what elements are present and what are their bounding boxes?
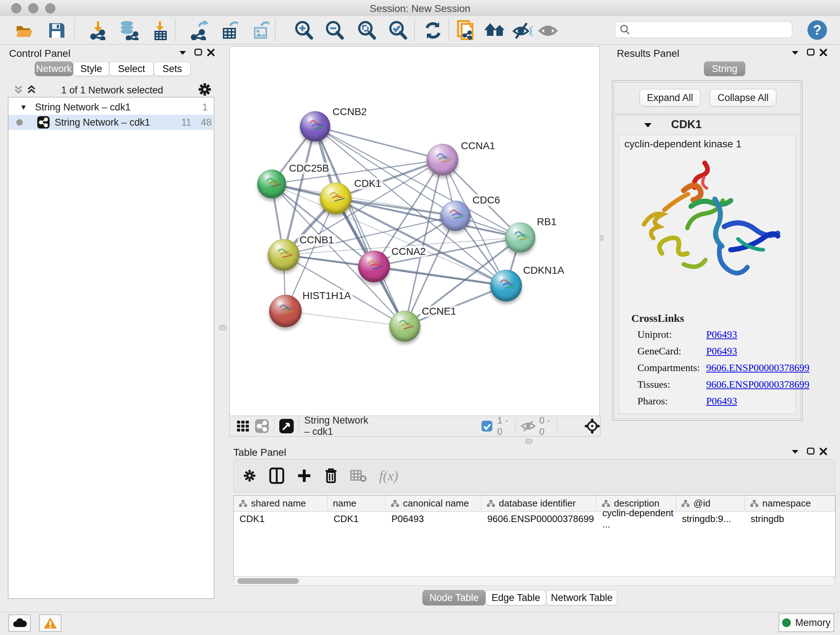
search-input[interactable] (630, 24, 784, 36)
tab-string-results[interactable]: String (704, 62, 745, 76)
column-header-canonical-name[interactable]: canonical name (386, 496, 482, 511)
search-field[interactable] (615, 21, 792, 38)
grid-view-icon[interactable] (236, 419, 250, 433)
bottom-splitter-handle[interactable] (525, 439, 532, 444)
network-node-CCNE1[interactable] (389, 310, 420, 342)
import-table-icon[interactable] (150, 20, 171, 41)
column-header-database-identifier[interactable]: database identifier (482, 496, 597, 511)
network-node-CDC6[interactable] (440, 201, 471, 231)
save-session-icon[interactable] (46, 20, 66, 41)
table-cell[interactable]: stringdb:9... (676, 511, 745, 526)
collapse-all-button[interactable]: Collapse All (710, 89, 776, 106)
column-header--id[interactable]: @id (676, 496, 745, 511)
detach-view-icon[interactable] (279, 419, 294, 433)
node-description: cyclin-dependent kinase 1 (624, 138, 742, 150)
network-collection-row[interactable]: ▼ String Network – cdk1 1 (8, 100, 213, 115)
string-view-icon[interactable] (255, 419, 269, 433)
table-cell[interactable]: CDK1 (234, 511, 328, 526)
zoom-out-icon[interactable] (325, 20, 345, 41)
tab-node-table[interactable]: Node Table (423, 590, 485, 605)
table-cell[interactable]: stringdb (745, 511, 835, 526)
column-header-namespace[interactable]: namespace (745, 496, 835, 511)
hidden-eye-icon[interactable] (521, 420, 536, 432)
tab-select[interactable]: Select (109, 62, 154, 76)
export-network-icon[interactable] (189, 20, 210, 41)
table-panel-collapse-icon[interactable] (790, 446, 801, 457)
selected-nodes-checkbox[interactable] (481, 420, 493, 432)
tab-network-table[interactable]: Network Table (546, 590, 617, 605)
network-row-selected[interactable]: String Network – cdk1 11 48 (8, 115, 213, 130)
control-panel-collapse-icon[interactable] (177, 47, 188, 58)
network-node-CCNA2[interactable] (358, 250, 390, 282)
import-network-icon[interactable] (88, 20, 108, 41)
network-canvas[interactable]: CCNB2CCNA1CDC25BCDK1CDC6RB1CCNB1CCNA2CDK… (229, 46, 600, 416)
tab-style[interactable]: Style (73, 62, 109, 76)
function-builder-icon[interactable]: f(x) (379, 468, 398, 484)
network-node-CCNB1[interactable] (268, 239, 300, 271)
delete-table-icon[interactable] (350, 469, 367, 482)
results-panel-close-icon[interactable] (818, 47, 829, 58)
control-panel-close-icon[interactable] (205, 47, 216, 58)
crosslink-link[interactable]: P06493 (706, 395, 737, 407)
crosslink-link[interactable]: 9606.ENSP00000378699 (706, 379, 809, 390)
table-panel-float-icon[interactable] (805, 446, 816, 457)
network-node-CDC25B[interactable] (257, 169, 286, 198)
show-all-eye-icon[interactable] (538, 20, 558, 41)
network-node-CCNA1[interactable] (426, 144, 458, 176)
crosslink-link[interactable]: 9606.ENSP00000378699 (706, 362, 809, 374)
column-header-label: shared name (251, 498, 306, 509)
table-panel-close-icon[interactable] (818, 446, 829, 457)
network-node-CCNB2[interactable] (300, 111, 330, 141)
first-neighbors-icon[interactable] (456, 20, 477, 41)
column-header-name[interactable]: name (328, 496, 386, 511)
view-toolbar-separator (299, 419, 299, 433)
cloud-status-button[interactable] (8, 614, 31, 632)
birdseye-crosshair-icon[interactable] (584, 418, 600, 434)
export-image-icon[interactable] (251, 20, 272, 41)
delete-column-trash-icon[interactable] (324, 467, 338, 484)
tab-edge-table[interactable]: Edge Table (485, 590, 546, 605)
network-node-HIST1H1A[interactable] (269, 295, 302, 327)
open-folder-icon[interactable] (14, 20, 35, 41)
table-horizontal-scrollbar[interactable] (234, 576, 835, 586)
zoom-in-icon[interactable] (294, 20, 314, 41)
node-table[interactable]: shared namename canonical name database … (233, 495, 836, 577)
left-splitter-handle[interactable] (219, 325, 226, 330)
tab-sets[interactable]: Sets (154, 62, 191, 76)
table-cell[interactable]: 9606.ENSP00000378699 (482, 511, 597, 526)
network-node-CDKN1A[interactable] (490, 270, 522, 302)
import-network-from-database-icon[interactable] (118, 20, 139, 41)
table-scrollbar-thumb[interactable] (237, 578, 299, 584)
home-icon[interactable] (485, 20, 505, 41)
crosslink-link[interactable]: P06493 (706, 329, 737, 340)
column-header-shared-name[interactable]: shared name (234, 496, 328, 511)
network-node-CDK1[interactable] (320, 182, 352, 214)
crosslink-link[interactable]: P06493 (706, 345, 737, 357)
expand-all-networks-icon[interactable] (26, 84, 37, 96)
network-node-RB1[interactable] (505, 222, 535, 253)
table-cell[interactable]: CDK1 (328, 511, 386, 526)
collapse-all-networks-icon[interactable] (13, 84, 24, 96)
zoom-fit-icon[interactable] (357, 20, 377, 41)
protein-structure-thumbnail (257, 169, 286, 198)
show-columns-icon[interactable] (269, 467, 284, 484)
tab-network[interactable]: Network (35, 62, 73, 76)
table-cell[interactable]: cyclin-dependent ... (597, 511, 676, 526)
refresh-icon[interactable] (423, 20, 443, 41)
memory-button[interactable]: Memory (778, 613, 834, 632)
table-cell[interactable]: P06493 (386, 511, 482, 526)
hide-selected-eye-icon[interactable] (512, 20, 532, 41)
control-panel-float-icon[interactable] (193, 47, 204, 58)
tree-expander-icon[interactable]: ▼ (20, 103, 27, 111)
zoom-selected-icon[interactable] (388, 20, 408, 41)
warning-status-button[interactable] (39, 614, 62, 632)
expand-all-button[interactable]: Expand All (639, 89, 700, 106)
network-options-gear-icon[interactable] (197, 82, 212, 97)
section-collapse-icon[interactable] (643, 120, 653, 130)
add-column-icon[interactable] (297, 468, 312, 483)
results-panel-float-icon[interactable] (805, 47, 816, 58)
help-icon[interactable]: ? (807, 20, 827, 40)
export-table-icon[interactable] (220, 20, 240, 41)
table-settings-gear-icon[interactable] (242, 469, 257, 483)
results-panel-collapse-icon[interactable] (790, 47, 801, 58)
